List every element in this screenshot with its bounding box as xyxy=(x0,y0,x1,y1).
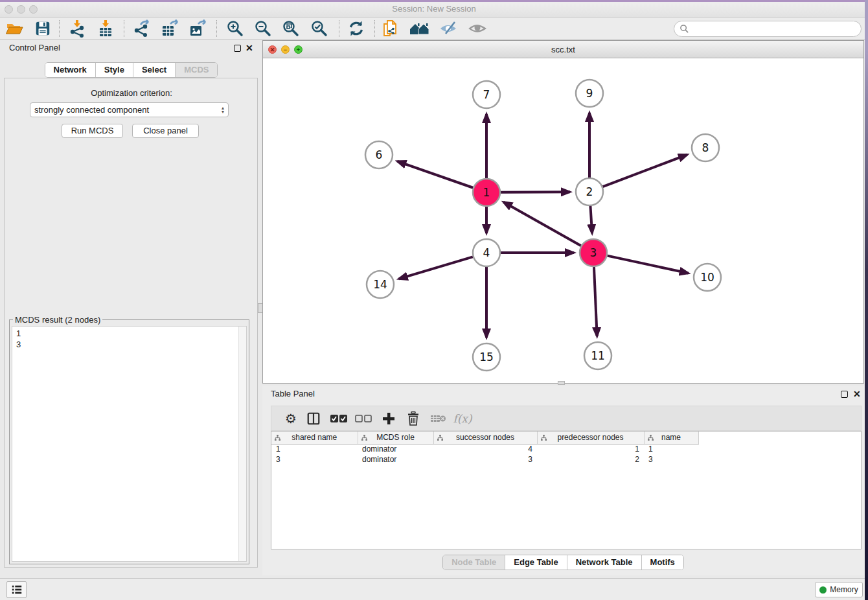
table-row-1[interactable]: 3dominator323 xyxy=(271,454,698,465)
window-minimize-button[interactable] xyxy=(17,5,25,14)
table-tab-motifs[interactable]: Motifs xyxy=(641,555,683,570)
export-table-button[interactable] xyxy=(159,19,181,38)
search-field[interactable] xyxy=(674,21,862,37)
table-tab-network-table[interactable]: Network Table xyxy=(567,555,641,570)
network-window-titlebar[interactable]: ✕ − + scc.txt xyxy=(263,41,863,58)
show-elements-button[interactable] xyxy=(466,19,488,38)
mcds-result-textarea[interactable]: 1 3 xyxy=(12,326,247,562)
column-header-shared-name[interactable]: shared name xyxy=(271,432,358,444)
cell-0-2[interactable]: 4 xyxy=(433,444,537,454)
edge-3-10[interactable] xyxy=(608,256,689,273)
run-mcds-button[interactable]: Run MCDS xyxy=(62,124,123,138)
column-header-predecessor-nodes[interactable]: predecessor nodes xyxy=(537,432,644,444)
tab-mcds[interactable]: MCDS xyxy=(175,63,217,77)
import-network-button[interactable] xyxy=(66,19,88,38)
tab-select[interactable]: Select xyxy=(133,63,175,77)
unselect-all-button[interactable] xyxy=(354,406,373,430)
table-settings-button[interactable]: ⚙ xyxy=(281,406,301,430)
float-panel-icon[interactable] xyxy=(234,44,241,54)
table-panel-tabs: Node TableEdge TableNetwork TableMotifs xyxy=(262,555,864,570)
node-label-15: 15 xyxy=(479,351,494,363)
column-type-icon xyxy=(275,435,280,441)
refresh-button[interactable] xyxy=(345,19,367,38)
memory-status-dot xyxy=(819,586,827,594)
eye-slash-icon xyxy=(439,20,459,37)
close-table-panel-icon[interactable]: ✕ xyxy=(853,391,861,398)
edge-3-1[interactable] xyxy=(503,202,581,246)
cell-1-0[interactable]: 3 xyxy=(271,454,358,465)
tab-network[interactable]: Network xyxy=(45,63,95,77)
network-minimize-button[interactable]: − xyxy=(281,45,290,54)
cell-0-3[interactable]: 1 xyxy=(537,444,644,454)
edge-2-8[interactable] xyxy=(603,155,687,187)
float-table-panel-icon[interactable] xyxy=(841,390,848,400)
delete-row-button[interactable] xyxy=(404,406,423,430)
network-graph-canvas[interactable]: 7968124314101511 xyxy=(263,58,863,383)
tab-style[interactable]: Style xyxy=(95,63,133,77)
mcds-result-title: MCDS result (2 nodes) xyxy=(13,315,102,325)
edge-3-11[interactable] xyxy=(594,267,597,336)
edge-1-6[interactable] xyxy=(397,161,473,188)
search-input[interactable] xyxy=(689,24,861,34)
column-header-name[interactable]: name xyxy=(644,432,698,444)
cell-0-0[interactable]: 1 xyxy=(271,444,358,454)
network-maximize-button[interactable]: + xyxy=(294,45,303,54)
criterion-dropdown[interactable]: strongly connected component ▴▾ xyxy=(30,102,229,117)
close-panel-button[interactable]: Close panel xyxy=(132,124,199,138)
cell-1-4[interactable]: 3 xyxy=(644,454,698,465)
column-header-label: shared name xyxy=(291,433,337,442)
result-scrollbar[interactable] xyxy=(238,327,246,561)
task-history-button[interactable] xyxy=(6,581,27,598)
cell-1-2[interactable]: 3 xyxy=(433,454,537,465)
node-label-14: 14 xyxy=(373,278,387,291)
network-close-button[interactable]: ✕ xyxy=(268,45,277,54)
table-row-0[interactable]: 1dominator411 xyxy=(271,444,698,454)
open-session-button[interactable] xyxy=(3,19,25,38)
houses-icon xyxy=(409,19,429,38)
cell-0-1[interactable]: dominator xyxy=(358,444,433,454)
cell-1-3[interactable]: 2 xyxy=(537,454,644,465)
select-all-button[interactable] xyxy=(329,406,348,430)
edge-1-2[interactable] xyxy=(501,192,570,192)
column-header-successor-nodes[interactable]: successor nodes xyxy=(433,432,537,444)
toolbar-separator xyxy=(124,20,124,37)
horizontal-splitter-grip[interactable] xyxy=(558,381,565,385)
control-panel-tabs: NetworkStyleSelectMCDS xyxy=(0,62,262,78)
show-column-button[interactable] xyxy=(304,406,323,430)
main-titlebar: Session: New Session xyxy=(0,0,868,17)
edge-2-3[interactable] xyxy=(590,206,592,233)
zoom-selected-icon xyxy=(310,19,328,38)
window-zoom-button[interactable] xyxy=(29,5,38,14)
export-image-icon xyxy=(188,19,207,38)
edge-4-14[interactable] xyxy=(399,257,473,279)
table-panel: Table Panel ✕ ⚙ xyxy=(262,386,864,575)
table-tab-node-table[interactable]: Node Table xyxy=(443,555,505,570)
export-network-button[interactable] xyxy=(130,19,152,38)
zoom-in-icon xyxy=(226,19,244,38)
hide-elements-button[interactable] xyxy=(438,19,460,38)
zoom-out-button[interactable] xyxy=(252,19,274,38)
table-tab-edge-table[interactable]: Edge Table xyxy=(505,555,566,570)
network-file-button[interactable] xyxy=(380,19,402,38)
add-row-button[interactable] xyxy=(379,406,398,430)
network-title: scc.txt xyxy=(263,41,863,58)
column-header-label: MCDS role xyxy=(376,433,415,442)
close-panel-icon[interactable]: ✕ xyxy=(246,45,253,52)
window-frame-right xyxy=(865,0,868,600)
save-session-button[interactable] xyxy=(32,19,54,38)
column-header-label: successor nodes xyxy=(456,433,514,442)
export-image-button[interactable] xyxy=(187,19,209,38)
cell-1-1[interactable]: dominator xyxy=(358,454,433,465)
window-frame-top xyxy=(0,0,868,2)
zoom-in-button[interactable] xyxy=(224,19,246,38)
cell-0-4[interactable]: 1 xyxy=(644,444,698,454)
memory-button[interactable]: Memory xyxy=(815,582,863,597)
node-table[interactable]: shared nameMCDS rolesuccessor nodesprede… xyxy=(271,431,862,549)
table-tab-group: Node TableEdge TableNetwork TableMotifs xyxy=(442,555,684,570)
zoom-selected-button[interactable] xyxy=(308,19,330,38)
home-button[interactable] xyxy=(408,19,430,38)
zoom-fit-button[interactable] xyxy=(280,19,302,38)
import-table-button[interactable] xyxy=(95,19,117,38)
column-header-MCDS-role[interactable]: MCDS role xyxy=(358,432,433,444)
window-close-button[interactable] xyxy=(5,5,13,14)
